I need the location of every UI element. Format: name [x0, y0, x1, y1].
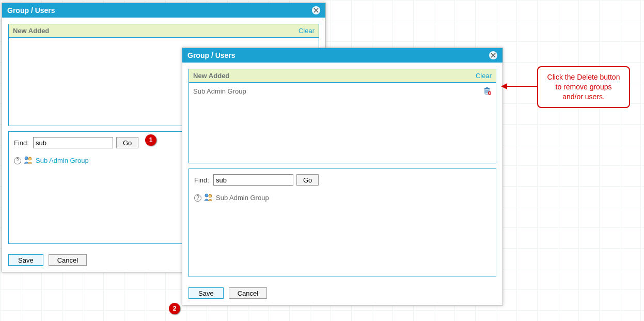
added-list: Sub Admin Group — [189, 83, 496, 163]
find-input[interactable] — [213, 174, 293, 186]
svg-rect-8 — [486, 87, 488, 88]
svg-point-15 — [205, 194, 208, 197]
new-added-pane: New Added Clear Sub Admin Group — [189, 69, 496, 163]
save-button[interactable]: Save — [189, 287, 224, 299]
dialog-title: Group / Users — [7, 6, 55, 14]
result-list: ? Sub Admin Group — [189, 189, 496, 277]
titlebar[interactable]: Group / Users — [2, 3, 325, 18]
cancel-button[interactable]: Cancel — [229, 287, 267, 299]
cancel-button[interactable]: Cancel — [49, 254, 87, 266]
help-icon[interactable]: ? — [194, 194, 201, 202]
go-button[interactable]: Go — [116, 137, 138, 148]
find-input[interactable] — [33, 137, 113, 148]
titlebar[interactable]: Group / Users — [182, 48, 502, 63]
svg-point-2 — [25, 157, 28, 160]
annotation-callout: Click the Delete button to remove groups… — [537, 66, 630, 108]
svg-rect-7 — [484, 88, 490, 89]
added-item-label: Sub Admin Group — [193, 87, 246, 95]
go-button[interactable]: Go — [296, 174, 319, 186]
svg-point-16 — [209, 194, 212, 197]
result-item-label: Sub Admin Group — [36, 157, 89, 164]
save-button[interactable]: Save — [8, 254, 43, 266]
close-icon[interactable] — [489, 51, 497, 59]
find-label: Find: — [194, 176, 209, 184]
annotation-marker-2: 2 — [169, 303, 180, 314]
group-icon — [204, 193, 213, 203]
added-row: Sub Admin Group — [193, 86, 492, 96]
find-label: Find: — [14, 139, 29, 147]
dialog-title: Group / Users — [187, 51, 235, 59]
close-icon[interactable] — [312, 6, 320, 14]
svg-point-3 — [28, 157, 32, 160]
result-item[interactable]: ? Sub Admin Group — [194, 192, 491, 204]
help-icon[interactable]: ? — [14, 157, 21, 164]
delete-icon[interactable] — [483, 87, 492, 95]
pane-header-label: New Added — [193, 72, 229, 80]
group-users-dialog-2: Group / Users New Added Clear Sub Admin … — [182, 48, 503, 305]
clear-link[interactable]: Clear — [299, 27, 315, 35]
result-item-label: Sub Admin Group — [216, 194, 269, 202]
annotation-arrow — [507, 86, 538, 87]
find-pane: Find: Go ? Sub Admin Group — [189, 169, 496, 277]
annotation-arrow-head-icon — [501, 83, 507, 89]
annotation-marker-1: 1 — [145, 134, 156, 146]
pane-header-label: New Added — [13, 27, 49, 35]
clear-link[interactable]: Clear — [476, 72, 492, 80]
group-icon — [24, 156, 33, 165]
